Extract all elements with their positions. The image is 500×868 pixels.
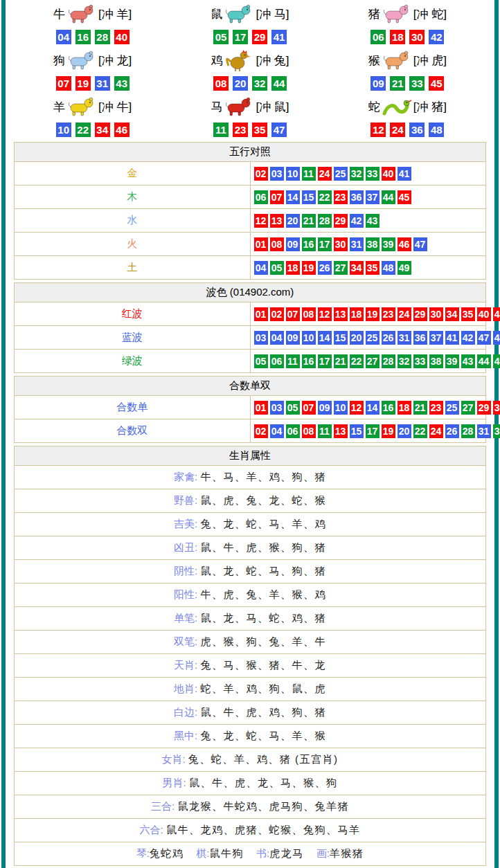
zodiac-numbers-snake: 12243648 bbox=[368, 120, 446, 139]
number-ball-47: 47 bbox=[413, 237, 427, 251]
attribute-label: 阴性: bbox=[174, 565, 200, 577]
number-ball-46: 46 bbox=[398, 237, 411, 251]
rooster-icon bbox=[224, 49, 254, 72]
attribute-label: 凶丑: bbox=[174, 541, 200, 553]
number-ball-45: 45 bbox=[398, 190, 411, 204]
number-ball-05: 05 bbox=[254, 354, 268, 368]
attribute-row-13: 男肖: 鼠、牛、虎、龙、马、猴、狗 bbox=[15, 772, 486, 795]
five_elements-row-1: 木06071415222336374445 bbox=[15, 186, 486, 209]
attribute-label: 吉美: bbox=[174, 518, 200, 530]
sum_parity-row-1: 合数双0204060811131517192022242628313335373… bbox=[15, 419, 486, 443]
zodiac-title-goat: 羊[冲 牛] bbox=[53, 93, 132, 120]
attribute-label: 三合: bbox=[151, 800, 177, 812]
number-ball-01: 01 bbox=[254, 237, 268, 251]
attribute-value: 虎龙马 bbox=[269, 847, 304, 859]
number-ball-12: 12 bbox=[254, 214, 268, 228]
attribute-row-14: 三合: 鼠龙猴、牛蛇鸡、虎马狗、兔羊猪 bbox=[15, 795, 486, 819]
number-ball-08: 08 bbox=[270, 237, 284, 251]
number-ball-06: 06 bbox=[254, 190, 268, 204]
attribute-row-女肖: 女肖: 兔、蛇、羊、鸡、猪 (五宫肖) bbox=[15, 748, 486, 772]
attribute-value: 虎、猴、狗、兔、羊、牛 bbox=[200, 635, 326, 647]
five_elements-row-0: 金02031011242532334041 bbox=[15, 162, 486, 186]
rat-icon bbox=[224, 3, 254, 26]
number-ball-10: 10 bbox=[286, 167, 300, 181]
attribute-row-三合: 三合: 鼠龙猴、牛蛇鸡、虎马狗、兔羊猪 bbox=[15, 795, 486, 819]
zodiac-numbers-pig: 06183042 bbox=[368, 28, 446, 46]
number-ball-25: 25 bbox=[366, 331, 380, 345]
attribute-row-天肖: 天肖: 兔、马、猴、猪、牛、龙 bbox=[15, 654, 486, 678]
attribute-value: 鼠牛、龙鸡、虎猪、蛇猴、兔狗、马羊 bbox=[166, 824, 361, 835]
five_elements-numbers-2: 1213202128294243 bbox=[250, 209, 486, 233]
number-ball-33: 33 bbox=[413, 354, 427, 368]
number-ball-09: 09 bbox=[318, 401, 332, 415]
number-ball-49: 49 bbox=[493, 354, 500, 368]
number-ball-34: 34 bbox=[445, 307, 459, 321]
number-ball-21: 21 bbox=[390, 76, 405, 91]
wave_colors-label-1: 蓝波 bbox=[15, 326, 251, 350]
number-ball-34: 34 bbox=[350, 261, 364, 275]
zodiac-grid: 牛[冲 羊]04162840鼠[冲 马]05172941猪[冲 蛇]061830… bbox=[14, 0, 486, 139]
number-ball-48: 48 bbox=[493, 331, 500, 345]
zodiac-cell-ox: 牛[冲 羊]04162840 bbox=[14, 0, 171, 46]
number-ball-15: 15 bbox=[334, 331, 348, 345]
number-ball-29: 29 bbox=[252, 30, 267, 44]
number-ball-17: 17 bbox=[318, 237, 332, 251]
zodiac-cell-dog: 狗[冲 龙]07193143 bbox=[14, 46, 171, 93]
zodiac-title-pig: 猪[冲 蛇] bbox=[368, 0, 447, 28]
number-ball-12: 12 bbox=[350, 401, 364, 415]
number-ball-29: 29 bbox=[413, 307, 427, 321]
attribute-row-单笔: 单笔: 鼠、龙、马、蛇、鸡、猪 bbox=[15, 607, 486, 631]
zodiac-clash-rooster: [冲 兔] bbox=[256, 53, 289, 69]
zodiac-cell-horse: 马[冲 鼠]11233547 bbox=[171, 93, 328, 139]
number-ball-45: 45 bbox=[493, 307, 500, 321]
number-ball-31: 31 bbox=[95, 76, 110, 91]
number-ball-48: 48 bbox=[429, 123, 444, 137]
number-ball-41: 41 bbox=[445, 331, 459, 345]
zodiac-numbers-ox: 04162840 bbox=[54, 28, 132, 46]
zodiac-title-ox: 牛[冲 羊] bbox=[53, 0, 132, 28]
attribute-label: 琴: bbox=[136, 847, 150, 859]
number-ball-36: 36 bbox=[350, 190, 364, 204]
number-ball-22: 22 bbox=[318, 190, 332, 204]
zodiac-clash-monkey: [冲 虎] bbox=[413, 53, 447, 69]
sum_parity-row-0: 合数单0103050709101214161821232527293032343… bbox=[15, 396, 486, 419]
attribute-row-六合: 六合: 鼠牛、龙鸡、虎猪、蛇猴、兔狗、马羊 bbox=[15, 819, 486, 842]
five_elements-row-3: 火0108091617303138394647 bbox=[15, 233, 486, 256]
number-ball-09: 09 bbox=[286, 237, 300, 251]
attribute-value: 牛、虎、兔、羊、猴、鸡 bbox=[200, 588, 326, 600]
monkey-icon bbox=[382, 49, 412, 72]
goat-icon bbox=[66, 96, 97, 118]
number-ball-35: 35 bbox=[461, 307, 475, 321]
number-ball-13: 13 bbox=[270, 214, 284, 228]
number-ball-14: 14 bbox=[318, 331, 332, 345]
number-ball-17: 17 bbox=[233, 30, 248, 44]
five_elements-numbers-1: 06071415222336374445 bbox=[250, 186, 486, 209]
number-ball-22: 22 bbox=[413, 424, 427, 438]
attribute-label: 女肖: bbox=[161, 753, 188, 765]
attribute-value: 兔、蛇、羊、鸡、猪 (五宫肖) bbox=[188, 753, 339, 765]
number-ball-26: 26 bbox=[445, 424, 459, 438]
sum_parity-numbers-0: 0103050709101214161821232527293032343638… bbox=[250, 396, 486, 419]
number-ball-13: 13 bbox=[334, 424, 348, 438]
zodiac-clash-snake: [冲 猪] bbox=[413, 99, 447, 115]
number-ball-37: 37 bbox=[429, 331, 443, 345]
number-ball-05: 05 bbox=[213, 30, 229, 44]
five_elements-numbers-3: 0108091617303138394647 bbox=[250, 233, 486, 256]
five_elements-label-1: 木 bbox=[15, 186, 251, 209]
zodiac-name-ox: 牛 bbox=[53, 6, 65, 22]
attribute-value: 鼠、牛、虎、龙、马、猴、狗 bbox=[189, 777, 338, 788]
number-ball-42: 42 bbox=[350, 214, 364, 228]
zodiac-cell-rooster: 鸡[冲 兔]08203244 bbox=[171, 46, 328, 93]
number-ball-14: 14 bbox=[366, 401, 380, 415]
zodiac-cell-rat: 鼠[冲 马]05172941 bbox=[171, 0, 328, 46]
number-ball-24: 24 bbox=[429, 424, 443, 438]
number-ball-02: 02 bbox=[270, 307, 284, 321]
number-ball-01: 01 bbox=[254, 401, 268, 415]
attribute-row-2: 吉美: 兔、龙、蛇、马、羊、鸡 bbox=[15, 513, 486, 536]
number-ball-11: 11 bbox=[286, 354, 300, 368]
left-frame-bar bbox=[1, 0, 6, 868]
number-ball-23: 23 bbox=[334, 190, 348, 204]
number-ball-33: 33 bbox=[493, 424, 500, 438]
number-ball-30: 30 bbox=[334, 237, 348, 251]
zodiac-name-pig: 猪 bbox=[368, 6, 380, 22]
